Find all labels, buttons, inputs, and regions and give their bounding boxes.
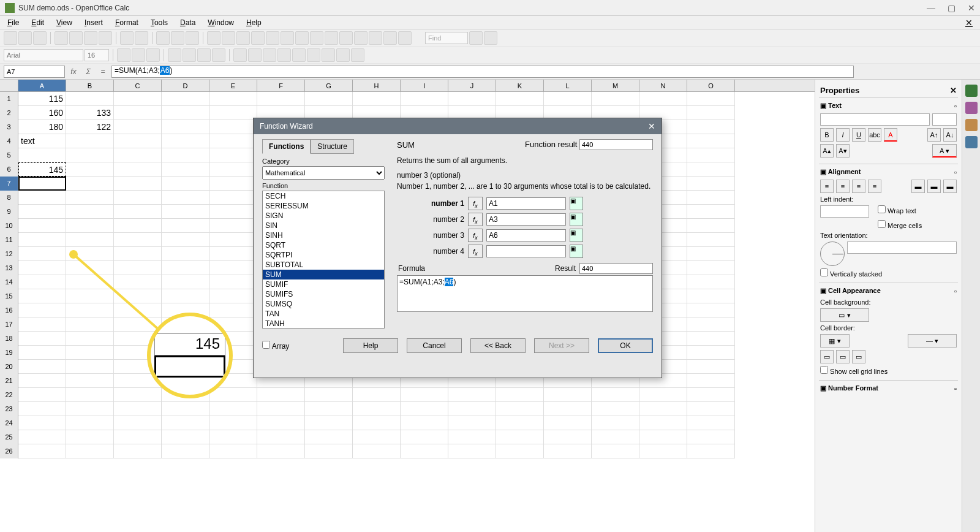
cell-E15[interactable] bbox=[209, 289, 257, 303]
cell-B23[interactable] bbox=[66, 402, 114, 416]
array-checkbox[interactable] bbox=[262, 341, 270, 349]
toolbar-btn[interactable] bbox=[236, 31, 250, 45]
name-box[interactable] bbox=[4, 66, 65, 78]
sort-desc-icon[interactable] bbox=[171, 31, 184, 45]
arg-shrink-button-1[interactable]: ▣ bbox=[570, 213, 583, 226]
cell-B20[interactable] bbox=[66, 360, 114, 374]
cell-A11[interactable] bbox=[18, 233, 66, 247]
function-wizard-icon[interactable]: fx bbox=[67, 67, 80, 76]
col-header-E[interactable]: E bbox=[209, 80, 257, 91]
row-header-17[interactable]: 17 bbox=[0, 317, 18, 332]
cell-D5[interactable] bbox=[162, 148, 209, 162]
cell-C2[interactable] bbox=[114, 106, 162, 120]
col-header-K[interactable]: K bbox=[496, 80, 544, 91]
cell-A13[interactable] bbox=[18, 261, 66, 275]
row-header-23[interactable]: 23 bbox=[0, 402, 18, 416]
redo-icon[interactable] bbox=[135, 31, 148, 45]
cell-E3[interactable] bbox=[209, 120, 257, 134]
select-all-corner[interactable] bbox=[0, 80, 18, 91]
cell-D13[interactable] bbox=[162, 261, 209, 275]
equals-icon[interactable]: = bbox=[97, 67, 109, 76]
cell-B18[interactable] bbox=[66, 332, 114, 346]
arg-shrink-button-3[interactable]: ▣ bbox=[570, 245, 583, 258]
function-item-subtotal[interactable]: SUBTOTAL bbox=[263, 260, 384, 270]
align-center-icon[interactable]: ≡ bbox=[836, 180, 850, 193]
row-header-4[interactable]: 4 bbox=[0, 134, 18, 148]
row-header-15[interactable]: 15 bbox=[0, 289, 18, 303]
col-header-J[interactable]: J bbox=[448, 80, 496, 91]
tab-functions[interactable]: Functions bbox=[262, 139, 311, 154]
cell-I1[interactable] bbox=[401, 92, 448, 106]
cell-B21[interactable] bbox=[66, 374, 114, 388]
properties-strip-icon[interactable] bbox=[965, 85, 978, 97]
arg-input-3[interactable] bbox=[486, 245, 566, 257]
cell-A21[interactable] bbox=[18, 374, 66, 388]
cell-O13[interactable] bbox=[687, 261, 735, 275]
cell-E8[interactable] bbox=[209, 191, 257, 205]
find-prev-icon[interactable] bbox=[484, 31, 497, 45]
cell-A10[interactable] bbox=[18, 219, 66, 233]
cell-N25[interactable] bbox=[639, 430, 687, 444]
cell-J22[interactable] bbox=[448, 388, 496, 402]
toolbar-btn[interactable] bbox=[354, 31, 368, 45]
cell-C10[interactable] bbox=[114, 219, 162, 233]
cell-G22[interactable] bbox=[305, 388, 353, 402]
cell-A5[interactable] bbox=[18, 148, 66, 162]
cell-B10[interactable] bbox=[66, 219, 114, 233]
cell-I23[interactable] bbox=[401, 402, 448, 416]
cell-A24[interactable] bbox=[18, 416, 66, 430]
cell-A7[interactable] bbox=[18, 177, 66, 191]
cell-E23[interactable] bbox=[209, 402, 257, 416]
chart-icon[interactable] bbox=[186, 31, 199, 45]
cell-L23[interactable] bbox=[544, 402, 592, 416]
cell-J26[interactable] bbox=[448, 444, 496, 458]
border-btn[interactable]: ▭ bbox=[836, 350, 850, 363]
row-header-18[interactable]: 18 bbox=[0, 332, 18, 346]
menu-edit[interactable]: Edit bbox=[26, 17, 49, 28]
cell-O17[interactable] bbox=[687, 317, 735, 332]
row-header-6[interactable]: 6 bbox=[0, 162, 18, 177]
row-header-26[interactable]: 26 bbox=[0, 444, 18, 458]
cell-O12[interactable] bbox=[687, 247, 735, 261]
cell-E24[interactable] bbox=[209, 416, 257, 430]
cell-D7[interactable] bbox=[162, 177, 209, 191]
arg-input-2[interactable] bbox=[486, 229, 566, 241]
cell-F26[interactable] bbox=[257, 444, 305, 458]
cell-D4[interactable] bbox=[162, 134, 209, 148]
cell-O9[interactable] bbox=[687, 205, 735, 219]
arg-fx-button-2[interactable]: fx bbox=[468, 229, 483, 242]
row-header-3[interactable]: 3 bbox=[0, 120, 18, 134]
col-header-O[interactable]: O bbox=[687, 80, 735, 91]
cell-E5[interactable] bbox=[209, 148, 257, 162]
cell-H26[interactable] bbox=[353, 444, 401, 458]
cell-L25[interactable] bbox=[544, 430, 592, 444]
toolbar-btn[interactable] bbox=[266, 31, 279, 45]
cell-O25[interactable] bbox=[687, 430, 735, 444]
cell-D24[interactable] bbox=[162, 416, 209, 430]
cell-K24[interactable] bbox=[496, 416, 544, 430]
cut-icon[interactable] bbox=[69, 31, 83, 45]
cell-A17[interactable] bbox=[18, 317, 66, 332]
cell-C14[interactable] bbox=[114, 275, 162, 289]
col-header-I[interactable]: I bbox=[401, 80, 448, 91]
function-item-sech[interactable]: SECH bbox=[263, 191, 384, 201]
cell-O23[interactable] bbox=[687, 402, 735, 416]
bold-sidebar-icon[interactable]: B bbox=[820, 128, 834, 142]
toolbar-btn[interactable] bbox=[398, 31, 412, 45]
cell-bg-picker[interactable]: ▭ ▾ bbox=[820, 308, 869, 322]
cell-E7[interactable] bbox=[209, 177, 257, 191]
cell-O4[interactable] bbox=[687, 134, 735, 148]
find-next-icon[interactable] bbox=[469, 31, 483, 45]
toolbar-btn[interactable] bbox=[383, 31, 397, 45]
row-header-8[interactable]: 8 bbox=[0, 191, 18, 205]
cell-A12[interactable] bbox=[18, 247, 66, 261]
col-header-G[interactable]: G bbox=[305, 80, 353, 91]
category-select[interactable]: Mathematical bbox=[262, 166, 385, 180]
cell-K25[interactable] bbox=[496, 430, 544, 444]
font-size-input[interactable] bbox=[85, 49, 109, 61]
cell-L22[interactable] bbox=[544, 388, 592, 402]
cell-A16[interactable] bbox=[18, 303, 66, 317]
cell-O8[interactable] bbox=[687, 191, 735, 205]
indent-inc-icon[interactable] bbox=[307, 48, 320, 62]
valign-mid-icon[interactable]: ▬ bbox=[927, 180, 941, 193]
